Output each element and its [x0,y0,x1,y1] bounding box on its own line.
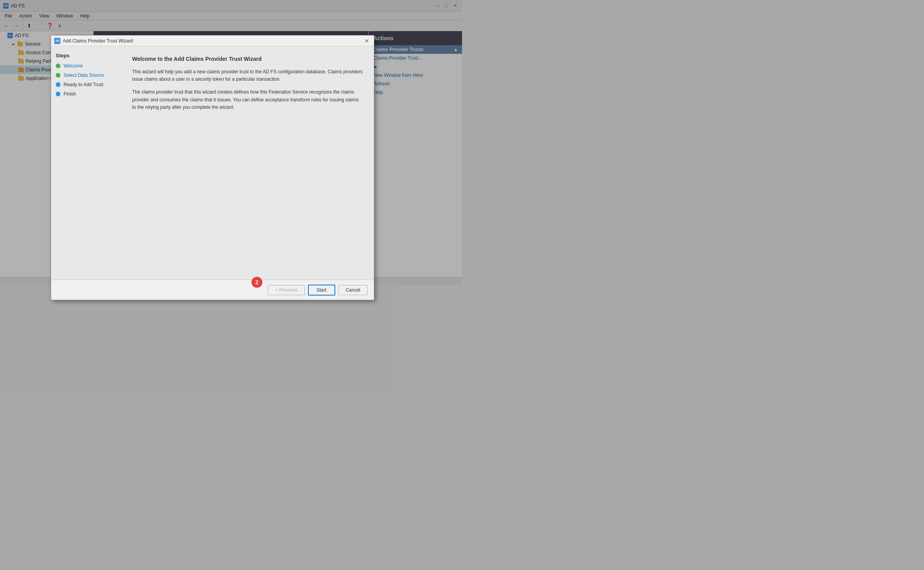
wizard-titlebar: AD Add Claims Provider Trust Wizard ✕ [51,35,374,46]
modal-overlay: AD Add Claims Provider Trust Wizard ✕ St… [0,0,462,285]
wizard-dialog: AD Add Claims Provider Trust Wizard ✕ St… [51,35,374,285]
wizard-close-button[interactable]: ✕ [363,37,371,44]
wizard-body: Steps Welcome Select Data Source Ready t… [51,46,374,280]
step-finish: Finish [56,91,117,97]
wizard-title: Add Claims Provider Trust Wizard [63,38,133,44]
step-ready: Ready to Add Trust [56,82,117,87]
steps-sidebar: Steps Welcome Select Data Source Ready t… [51,46,121,280]
prev-button[interactable]: < Previous [268,285,305,285]
step-finish-dot [56,92,60,96]
wizard-para1: This wizard will help you add a new clai… [132,68,363,83]
step-select-data-dot [56,73,60,78]
wizard-titlebar-left: AD Add Claims Provider Trust Wizard [54,38,133,44]
step-ready-label: Ready to Add Trust [64,82,103,87]
step-badge: 2 [251,277,262,285]
step-welcome-label: Welcome [64,63,83,69]
wizard-icon: AD [54,38,60,44]
step-welcome-dot [56,64,60,68]
wizard-footer: 2 < Previous Start Cancel [51,280,374,285]
step-select-data-label: Select Data Source [64,73,104,78]
cancel-button[interactable]: Cancel [338,285,368,285]
steps-title: Steps [56,53,117,58]
wizard-para2: The claims provider trust that this wiza… [132,89,363,111]
step-welcome: Welcome [56,63,117,69]
step-ready-dot [56,82,60,87]
wizard-content-title: Welcome to the Add Claims Provider Trust… [132,56,363,62]
wizard-main-content: Welcome to the Add Claims Provider Trust… [121,46,374,280]
start-button[interactable]: Start [308,285,335,285]
step-select-data: Select Data Source [56,73,117,78]
step-finish-label: Finish [64,91,76,97]
